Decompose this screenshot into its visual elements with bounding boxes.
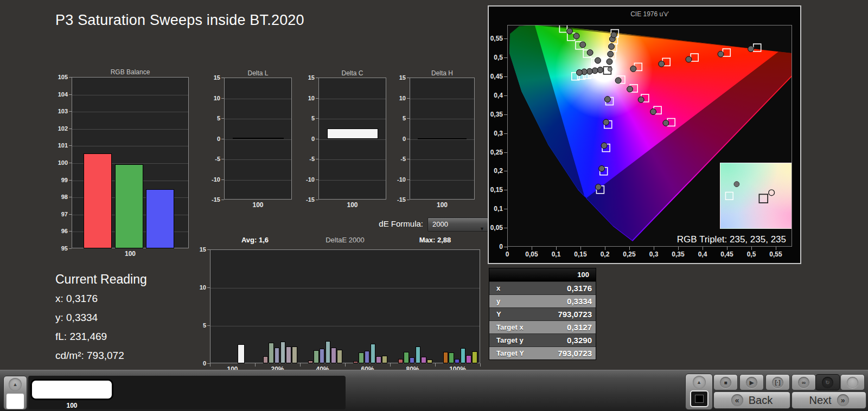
y-tick <box>407 78 410 78</box>
bar <box>449 352 454 363</box>
continuous-measure-button[interactable]: ∞ <box>792 374 816 390</box>
row-label: Target Y <box>489 347 546 359</box>
stop-button[interactable]: ■ <box>713 374 738 390</box>
y-tick <box>207 325 210 326</box>
table-row: Target y0,3290 <box>489 333 596 346</box>
measured-point <box>611 32 617 38</box>
x-category-label: 100 <box>318 201 386 209</box>
y-tick-label: -15 <box>301 196 315 203</box>
y-tick-label: 5 <box>392 115 406 121</box>
back-button[interactable]: « Back <box>713 391 790 409</box>
measured-point <box>769 190 775 196</box>
bar <box>371 344 376 363</box>
bar <box>461 348 466 363</box>
y-tick <box>69 248 72 249</box>
y-tick <box>221 179 224 180</box>
y-tick <box>504 209 507 209</box>
loop-button[interactable]: ↻ <box>815 374 840 390</box>
meter-read-icon: [·] <box>772 377 783 388</box>
y-tick-label: 105 <box>54 74 68 80</box>
x-tick-label: 0,15 <box>569 251 592 258</box>
loop-refresh-icon: ↻ <box>822 377 833 388</box>
table-row: y0,3334 <box>489 294 596 307</box>
x-tick-label: 0,25 <box>617 251 641 258</box>
measured-point <box>627 86 633 92</box>
read-measure-button[interactable]: [·] <box>765 374 790 390</box>
y-tick <box>504 190 507 190</box>
play-button[interactable]: ▶ <box>739 374 764 390</box>
y-tick <box>316 78 318 78</box>
pattern-window-icon <box>690 390 709 407</box>
table-row: Y793,0723 <box>489 307 596 320</box>
target-point <box>559 25 567 32</box>
y-tick <box>207 249 210 250</box>
bar <box>398 359 404 363</box>
pattern-collapse-button[interactable]: ▲ <box>3 376 27 410</box>
reading-line: x: 0,3176 <box>55 293 98 305</box>
pattern-swatch-100[interactable] <box>31 380 112 399</box>
max-label: Max: 2,88 <box>390 236 480 244</box>
x-tick-label: 0,45 <box>715 251 739 258</box>
measured-point <box>576 69 582 75</box>
y-tick <box>69 180 72 181</box>
bar <box>421 357 426 363</box>
record-button[interactable] <box>840 374 865 390</box>
rgb-balance-chart: RGB Balance10510410310210110099989796951… <box>52 68 203 259</box>
x-tick <box>678 247 679 250</box>
next-button[interactable]: Next » <box>792 391 866 409</box>
x-tick <box>556 247 557 250</box>
y-tick-label: 10 <box>392 95 406 101</box>
gridline <box>210 326 480 326</box>
y-tick <box>69 94 72 95</box>
measured-point <box>608 67 612 72</box>
y-tick <box>504 171 507 171</box>
measured-point <box>638 97 644 102</box>
next-chevron-icon: » <box>837 394 849 406</box>
bar <box>292 346 297 364</box>
bar <box>314 350 319 363</box>
y-tick-label: 15 <box>392 74 406 81</box>
delta-h-chart: Delta H151050-5-10-15100 <box>400 69 478 211</box>
bar <box>466 355 471 363</box>
y-tick <box>69 163 72 163</box>
x-tick-label: 0,5 <box>739 251 763 258</box>
pattern-window-button[interactable]: ▲ <box>685 374 713 410</box>
x-tick <box>532 247 532 250</box>
x-tick-label: 0,3 <box>642 251 666 258</box>
measured-point <box>601 143 607 149</box>
play-icon: ▶ <box>746 377 757 388</box>
measurement-table: 100x0,3176y0,3334Y793,0723Target x0,3127… <box>489 268 596 360</box>
gridline <box>319 180 386 181</box>
measured-point <box>595 184 601 190</box>
chevron-up-icon: ▲ <box>693 376 706 389</box>
chart-title: Delta H <box>410 69 475 77</box>
y-tick <box>504 152 507 153</box>
measured-point <box>748 46 754 52</box>
gridline <box>225 159 291 160</box>
y-tick-label: -15 <box>392 196 406 203</box>
gridline <box>410 159 474 160</box>
y-tick-label: -5 <box>392 156 406 162</box>
de-formula-select[interactable]: 2000 ▼ <box>427 217 488 232</box>
bar <box>308 361 314 363</box>
bar <box>365 351 370 363</box>
y-tick <box>316 118 318 119</box>
y-tick-label: 0 <box>392 136 406 142</box>
measured-point <box>615 78 621 84</box>
y-tick-label: 0 <box>206 136 220 142</box>
bar <box>263 356 269 363</box>
chevron-up-icon: ▲ <box>9 378 22 391</box>
x-tick-label: 0,1 <box>544 251 568 258</box>
y-tick-label: 100 <box>54 159 68 166</box>
de-formula-value: 2000 <box>432 220 448 228</box>
target-point <box>723 49 730 56</box>
rgb-triplet-label: RGB Triplet: 235, 235, 235 <box>677 234 786 245</box>
bar <box>455 359 460 363</box>
target-point <box>691 54 698 61</box>
gridline <box>319 139 386 140</box>
measured-point <box>592 68 598 74</box>
y-tick-label: 0 <box>193 360 206 367</box>
row-label: Target y <box>489 334 546 346</box>
bar <box>320 349 325 363</box>
plot-area <box>210 249 480 363</box>
